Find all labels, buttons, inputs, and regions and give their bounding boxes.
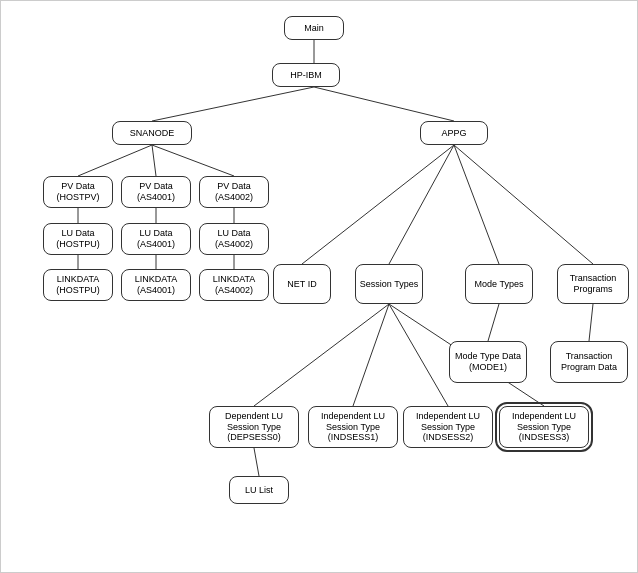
- svg-line-4: [152, 145, 156, 176]
- svg-line-3: [78, 145, 152, 176]
- node-ind_lu1: Independent LU Session Type (INDSESS1): [308, 406, 398, 448]
- node-link_as4002: LINKDATA (AS4002): [199, 269, 269, 301]
- node-link_as4001: LINKDATA (AS4001): [121, 269, 191, 301]
- node-lu_hostpu: LU Data (HOSTPU): [43, 223, 113, 255]
- svg-line-14: [454, 145, 499, 264]
- svg-line-22: [254, 448, 259, 476]
- node-lu_as4002: LU Data (AS4002): [199, 223, 269, 255]
- svg-line-17: [589, 304, 593, 341]
- node-pv_as4001: PV Data (AS4001): [121, 176, 191, 208]
- node-hp_ibm: HP-IBM: [272, 63, 340, 87]
- node-link_hostpu: LINKDATA (HOSTPU): [43, 269, 113, 301]
- node-snanode: SNANODE: [112, 121, 192, 145]
- node-net_id: NET ID: [273, 264, 331, 304]
- node-lu_as4001: LU Data (AS4001): [121, 223, 191, 255]
- node-ind_lu3: Independent LU Session Type (INDSESS3): [499, 406, 589, 448]
- svg-line-15: [454, 145, 593, 264]
- node-dep_lu: Dependent LU Session Type (DEPSESS0): [209, 406, 299, 448]
- svg-line-2: [314, 87, 454, 121]
- svg-line-12: [302, 145, 454, 264]
- node-mode_type_data: Mode Type Data (MODE1): [449, 341, 527, 383]
- node-trans_programs: Transaction Programs: [557, 264, 629, 304]
- svg-line-13: [389, 145, 454, 264]
- node-appg: APPG: [420, 121, 488, 145]
- node-main: Main: [284, 16, 344, 40]
- svg-line-19: [353, 304, 389, 406]
- svg-line-5: [152, 145, 234, 176]
- node-lu_list: LU List: [229, 476, 289, 504]
- svg-line-18: [254, 304, 389, 406]
- svg-line-20: [389, 304, 448, 406]
- node-session_types: Session Types: [355, 264, 423, 304]
- node-ind_lu2: Independent LU Session Type (INDSESS2): [403, 406, 493, 448]
- node-mode_types: Mode Types: [465, 264, 533, 304]
- diagram-container: MainHP-IBMSNANODEAPPGPV Data (HOSTPV)PV …: [0, 0, 638, 573]
- svg-line-16: [488, 304, 499, 341]
- node-trans_prog_data: Transaction Program Data: [550, 341, 628, 383]
- node-pv_hostpv: PV Data (HOSTPV): [43, 176, 113, 208]
- svg-line-1: [152, 87, 314, 121]
- node-pv_as4002: PV Data (AS4002): [199, 176, 269, 208]
